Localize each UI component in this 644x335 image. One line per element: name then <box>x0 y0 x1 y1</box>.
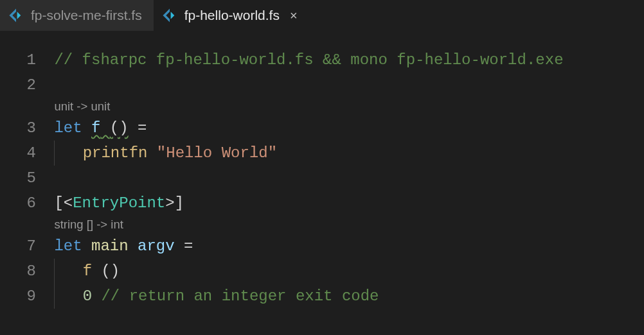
identifier-main: main <box>91 239 129 254</box>
string-literal: "Hello World" <box>157 146 277 161</box>
code-line[interactable]: let main argv = <box>45 234 644 259</box>
code-line[interactable]: f () <box>45 259 644 284</box>
line-number: 4 <box>27 146 36 161</box>
line-number: 1 <box>27 53 36 68</box>
line-number: 7 <box>27 239 36 254</box>
attr-close: >] <box>165 196 184 211</box>
line-number: 9 <box>27 289 36 304</box>
identifier-argv: argv <box>138 239 175 254</box>
codelens[interactable]: string [] -> int <box>45 216 644 234</box>
fsharp-file-icon <box>161 7 178 24</box>
attr-name: EntryPoint <box>73 196 165 211</box>
unit-literal: () <box>110 121 129 136</box>
editor[interactable]: 1 2 3 4 5 6 7 8 9 // fsharpc fp-hello-wo… <box>0 31 644 309</box>
tab-bar: fp-solve-me-first.fs fp-hello-world.fs × <box>0 0 644 31</box>
codelens-text: unit -> unit <box>54 101 110 113</box>
keyword-let: let <box>54 121 82 136</box>
code-line[interactable] <box>45 73 644 98</box>
code-line[interactable]: 0 // return an integer exit code <box>45 284 644 309</box>
equals: = <box>138 121 147 136</box>
code-line[interactable] <box>45 166 644 191</box>
code-line[interactable]: [<EntryPoint>] <box>45 191 644 216</box>
codelens[interactable]: unit -> unit <box>45 98 644 116</box>
line-number: 6 <box>27 196 36 211</box>
identifier-f: f <box>91 121 100 136</box>
tab-inactive-label: fp-solve-me-first.fs <box>31 8 142 23</box>
tab-active[interactable]: fp-hello-world.fs × <box>154 0 309 31</box>
comment: // return an integer exit code <box>101 289 379 304</box>
equals: = <box>184 239 193 254</box>
codelens-text: string [] -> int <box>54 219 123 231</box>
code-line[interactable]: // fsharpc fp-hello-world.fs && mono fp-… <box>45 47 644 73</box>
line-number: 5 <box>27 171 36 186</box>
line-number-gutter: 1 2 3 4 5 6 7 8 9 <box>0 47 45 309</box>
code-line[interactable]: printfn "Hello World" <box>45 141 644 166</box>
unit-literal: () <box>101 264 120 279</box>
tab-inactive[interactable]: fp-solve-me-first.fs <box>0 0 154 31</box>
close-icon[interactable]: × <box>286 8 298 23</box>
line-number: 2 <box>27 78 36 93</box>
function-printfn: printfn <box>83 146 148 161</box>
number-literal: 0 <box>83 289 92 304</box>
keyword-let: let <box>54 239 82 254</box>
comment: // fsharpc fp-hello-world.fs && mono fp-… <box>54 53 563 68</box>
line-number: 3 <box>27 121 36 136</box>
attr-open: [< <box>54 196 73 211</box>
code-area[interactable]: // fsharpc fp-hello-world.fs && mono fp-… <box>45 47 644 309</box>
code-line[interactable]: let f () = <box>45 116 644 141</box>
line-number: 8 <box>27 264 36 279</box>
tab-active-label: fp-hello-world.fs <box>184 8 280 23</box>
fsharp-file-icon <box>8 7 24 24</box>
function-call-f: f <box>83 264 92 279</box>
